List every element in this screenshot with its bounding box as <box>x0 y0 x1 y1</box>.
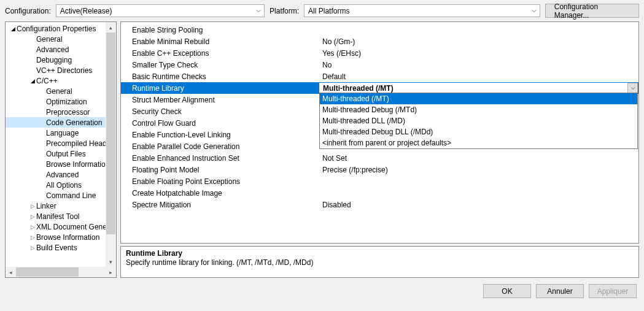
tree-label: General <box>46 87 72 96</box>
property-value[interactable]: No (/Gm-) <box>319 37 638 46</box>
tree-label: Debugging <box>36 56 72 64</box>
tree-item[interactable]: All Options <box>6 180 116 190</box>
apply-button[interactable]: Appliquer <box>589 284 637 298</box>
cancel-button[interactable]: Annuler <box>536 284 584 298</box>
description-body: Specify runtime library for linking. (/M… <box>126 258 634 267</box>
property-value[interactable]: Yes (/EHsc) <box>319 49 638 58</box>
platform-combo[interactable]: All Platforms <box>304 4 540 17</box>
property-name: Enable Parallel Code Generation <box>121 142 319 151</box>
tree-item[interactable]: General <box>6 86 116 96</box>
tree-label: Precompiled Heade <box>46 139 111 148</box>
chevron-right-icon: ▷ <box>29 245 36 251</box>
platform-label: Platform: <box>270 7 299 15</box>
tree-item[interactable]: Debugging <box>6 55 116 65</box>
dropdown-item[interactable]: Multi-threaded Debug DLL (/MDd) <box>320 126 637 137</box>
dropdown-item[interactable]: <inherit from parent or project defaults… <box>320 137 637 148</box>
ok-button[interactable]: OK <box>483 284 531 298</box>
dropdown-item[interactable]: Multi-threaded (/MT) <box>320 93 637 104</box>
tree-vertical-scrollbar[interactable]: ▴ ▾ <box>106 22 116 267</box>
tree-item[interactable]: Browse Information <box>6 159 116 169</box>
tree-panel: ◢Configuration PropertiesGeneralAdvanced… <box>5 21 117 278</box>
chevron-right-icon: ▷ <box>29 234 36 240</box>
tree-item[interactable]: Precompiled Heade <box>6 138 116 148</box>
tree-label: Output Files <box>46 150 86 158</box>
property-row[interactable]: Enable String Pooling <box>121 24 638 36</box>
chevron-right-icon: ▷ <box>29 224 36 230</box>
tree-item[interactable]: Advanced <box>6 44 116 55</box>
chevron-right-icon: ▷ <box>29 203 36 209</box>
tree-item[interactable]: Language <box>6 128 116 138</box>
tree-item[interactable]: Advanced <box>6 169 116 180</box>
tree-label: Manifest Tool <box>36 212 79 221</box>
dropdown-item[interactable]: Multi-threaded Debug (/MTd) <box>320 104 637 115</box>
property-value[interactable]: Not Set <box>319 154 638 163</box>
configuration-value: Active(Release) <box>60 7 112 15</box>
tree-label: Advanced <box>36 45 69 54</box>
tree-label: Browse Information <box>36 233 99 242</box>
dropdown-button[interactable] <box>627 83 638 93</box>
property-name: Runtime Library <box>121 84 319 93</box>
property-name: Security Check <box>121 107 319 116</box>
dropdown-item[interactable]: Multi-threaded DLL (/MD) <box>320 115 637 126</box>
tree-label: Build Events <box>36 244 77 252</box>
property-name: Enable C++ Exceptions <box>121 49 319 58</box>
tree-item[interactable]: Preprocessor <box>6 107 116 117</box>
property-name: Floating Point Model <box>121 166 319 174</box>
property-name: Enable Floating Point Exceptions <box>121 177 319 186</box>
property-row[interactable]: Basic Runtime ChecksDefault <box>121 71 638 82</box>
tree-root[interactable]: ◢Configuration Properties <box>6 23 116 34</box>
property-row[interactable]: Enable Floating Point Exceptions <box>121 175 638 187</box>
chevron-down-icon <box>530 9 538 13</box>
runtime-library-dropdown[interactable]: Multi-threaded (/MT)Multi-threaded Debug… <box>319 93 638 149</box>
tree-item[interactable]: Code Generation <box>6 117 116 128</box>
property-row[interactable]: Spectre MitigationDisabled <box>121 199 638 210</box>
scroll-down-icon[interactable]: ▾ <box>106 256 116 267</box>
tree-label: XML Document Genera <box>36 223 114 231</box>
property-row[interactable]: Create Hotpatchable Image <box>121 187 638 199</box>
property-name: Enable Function-Level Linking <box>121 131 319 139</box>
tree-item[interactable]: ▷Manifest Tool <box>6 211 116 221</box>
tree-label: Optimization <box>46 98 87 106</box>
property-name: Create Hotpatchable Image <box>121 189 319 198</box>
tree-item[interactable]: ▷XML Document Genera <box>6 221 116 232</box>
configuration-label: Configuration: <box>5 7 51 15</box>
property-name: Control Flow Guard <box>121 119 319 128</box>
tree-item[interactable]: ▷Linker <box>6 201 116 211</box>
property-row[interactable]: Smaller Type CheckNo <box>121 59 638 71</box>
property-row[interactable]: Enable Enhanced Instruction SetNot Set <box>121 152 638 164</box>
tree-item[interactable]: Optimization <box>6 96 116 107</box>
property-name: Smaller Type Check <box>121 61 319 69</box>
tree-item[interactable]: VC++ Directories <box>6 65 116 75</box>
property-value[interactable]: Disabled <box>319 201 638 209</box>
description-title: Runtime Library <box>126 249 634 258</box>
scroll-thumb[interactable] <box>106 33 115 234</box>
scroll-thumb[interactable] <box>16 267 79 277</box>
configuration-combo[interactable]: Active(Release) <box>56 4 265 17</box>
property-name: Spectre Mitigation <box>121 201 319 209</box>
property-name: Basic Runtime Checks <box>121 72 319 81</box>
tree-label: Browse Information <box>46 160 109 169</box>
tree-item[interactable]: ▷Build Events <box>6 242 116 253</box>
tree-item[interactable]: Command Line <box>6 190 116 201</box>
tree-item[interactable]: General <box>6 34 116 44</box>
property-value[interactable]: No <box>319 61 638 69</box>
tree-item[interactable]: Output Files <box>6 148 116 159</box>
scroll-left-icon[interactable]: ◂ <box>6 267 16 277</box>
tree-label: C/C++ <box>36 77 58 85</box>
property-value[interactable]: Default <box>319 72 638 81</box>
tree-item[interactable]: ▷Browse Information <box>6 232 116 242</box>
chevron-right-icon: ▷ <box>29 213 36 220</box>
property-grid: Enable String PoolingEnable Minimal Rebu… <box>120 21 639 244</box>
property-row[interactable]: Floating Point ModelPrecise (/fp:precise… <box>121 164 638 175</box>
tree-item[interactable]: ◢C/C++ <box>6 75 116 86</box>
configuration-manager-button[interactable]: Configuration Manager... <box>545 4 639 18</box>
scroll-right-icon[interactable]: ▸ <box>106 267 116 277</box>
tree-horizontal-scrollbar[interactable]: ◂ ▸ <box>6 267 116 277</box>
property-row[interactable]: Enable Minimal RebuildNo (/Gm-) <box>121 36 638 47</box>
chevron-down-icon: ◢ <box>29 78 36 84</box>
property-row[interactable]: Enable C++ ExceptionsYes (/EHsc) <box>121 47 638 59</box>
scroll-up-icon[interactable]: ▴ <box>106 22 116 33</box>
tree-label: Linker <box>36 202 56 210</box>
property-value[interactable]: Precise (/fp:precise) <box>319 166 638 174</box>
tree-label: Advanced <box>46 171 79 179</box>
